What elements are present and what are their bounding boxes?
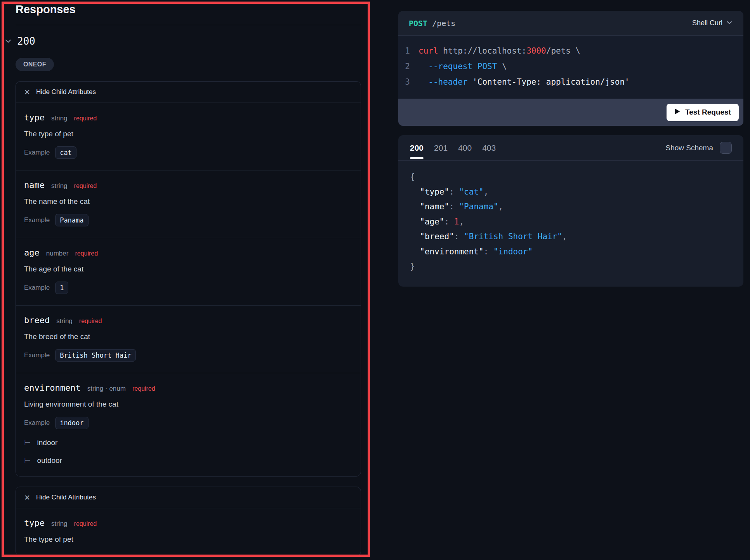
code-token: --header <box>428 77 467 87</box>
example-value-badge: cat <box>55 146 76 159</box>
enum-marker-icon: ⊢ <box>24 438 31 447</box>
required-badge: required <box>74 115 97 122</box>
example-value-badge: British Short Hair <box>55 349 136 362</box>
json-token: "British Short Hair" <box>464 232 562 241</box>
request-card-footer: Test Request <box>398 99 743 126</box>
response-example-card: 200201400403 Show Schema { "type": "cat"… <box>398 135 743 287</box>
required-badge: required <box>79 318 102 325</box>
json-token: , <box>562 232 567 241</box>
show-schema-checkbox[interactable] <box>720 142 732 154</box>
property-type: string · enum <box>87 385 126 393</box>
property-row: namestringrequiredThe name of the catExa… <box>16 170 361 238</box>
json-token: : <box>449 202 459 211</box>
response-tabs: 200201400403 <box>410 135 496 160</box>
request-sidebar: POST /pets Shell Curl 1curl http://local… <box>398 11 743 287</box>
json-token <box>410 247 420 256</box>
code-token <box>467 77 472 87</box>
property-example: Exampleindoor <box>24 417 352 429</box>
property-row: typestringrequiredThe type of pet <box>16 508 361 556</box>
property-row: breedstringrequiredThe breed of the catE… <box>16 306 361 373</box>
hide-child-attributes-label: Hide Child Attributes <box>36 88 96 96</box>
json-token: "name" <box>420 202 449 211</box>
json-token: : <box>444 217 454 226</box>
response-tabs-bar: 200201400403 Show Schema <box>398 135 743 161</box>
example-value-badge: 1 <box>55 282 68 294</box>
json-token: , <box>484 187 489 197</box>
oneof-badge: ONEOF <box>16 58 54 71</box>
enum-value: indoor <box>37 438 58 447</box>
schema-card: ✕Hide Child Attributestypestringrequired… <box>16 81 361 477</box>
json-token: "age" <box>420 217 444 226</box>
property-name: environment <box>24 383 81 393</box>
code-token: 3000 <box>526 46 546 56</box>
line-number: 2 <box>398 59 418 74</box>
required-badge: required <box>132 385 155 392</box>
responses-panel: Responses 200 ONEOF ✕Hide Child Attribut… <box>16 2 361 556</box>
code-text: curl http://localhost:3000/pets \ <box>418 43 580 59</box>
test-request-label: Test Request <box>685 108 731 117</box>
code-token: curl <box>418 46 438 56</box>
example-value-badge: indoor <box>55 417 88 429</box>
json-line: } <box>410 259 732 274</box>
code-line: 3 --header 'Content-Type: application/js… <box>398 74 743 90</box>
property-row: agenumberrequiredThe age of the catExamp… <box>16 238 361 306</box>
json-token: "Panama" <box>459 202 498 211</box>
response-status-row[interactable]: 200 <box>4 35 361 47</box>
json-token <box>410 232 420 241</box>
property-row: environmentstring · enumrequiredLiving e… <box>16 373 361 476</box>
enum-value-row: ⊢outdoor <box>24 456 352 465</box>
response-tab-400[interactable]: 400 <box>458 135 472 160</box>
enum-marker-icon: ⊢ <box>24 456 31 465</box>
language-selector[interactable]: Shell Curl <box>692 19 733 28</box>
code-text: --header 'Content-Type: application/json… <box>418 74 630 90</box>
test-request-button[interactable]: Test Request <box>667 104 739 121</box>
json-token: 1 <box>454 217 459 226</box>
property-example: ExampleBritish Short Hair <box>24 349 352 362</box>
property-example: Example1 <box>24 282 352 294</box>
example-label: Example <box>24 351 50 359</box>
json-token <box>410 202 420 211</box>
property-name: name <box>24 180 45 190</box>
example-label: Example <box>24 419 50 427</box>
json-line: "environment": "indoor" <box>410 244 732 259</box>
chevron-down-icon <box>726 19 733 28</box>
required-badge: required <box>75 250 98 257</box>
property-type: string <box>51 520 68 528</box>
schema-card: ✕Hide Child Attributestypestringrequired… <box>16 487 361 556</box>
code-token <box>418 62 428 71</box>
response-tab-201[interactable]: 201 <box>434 135 448 160</box>
json-token: , <box>459 217 464 226</box>
heading-divider <box>16 25 361 25</box>
json-token: : <box>449 187 459 197</box>
property-description: The breed of the cat <box>24 332 352 342</box>
code-line: 2 --request POST \ <box>398 59 743 74</box>
close-icon: ✕ <box>24 494 30 501</box>
enum-value-row: ⊢indoor <box>24 438 352 447</box>
code-token: POST <box>477 62 497 71</box>
json-token: : <box>454 232 464 241</box>
response-tab-403[interactable]: 403 <box>482 135 496 160</box>
json-token: : <box>484 247 493 256</box>
property-type: string <box>51 115 68 122</box>
json-token: "environment" <box>420 247 483 256</box>
response-tab-200[interactable]: 200 <box>410 135 424 160</box>
schema-cards-container: ✕Hide Child Attributestypestringrequired… <box>16 81 361 556</box>
json-token: "indoor" <box>493 247 533 256</box>
hide-child-attributes-toggle[interactable]: ✕Hide Child Attributes <box>16 487 361 508</box>
chevron-down-icon <box>4 37 12 45</box>
hide-child-attributes-toggle[interactable]: ✕Hide Child Attributes <box>16 82 361 103</box>
curl-code-block[interactable]: 1curl http://localhost:3000/pets \2 --re… <box>398 36 743 99</box>
json-line: "name": "Panama", <box>410 199 732 214</box>
play-icon <box>674 108 681 117</box>
code-token: --request <box>428 62 472 71</box>
code-token: /pets \ <box>546 46 581 56</box>
responses-heading: Responses <box>16 2 361 16</box>
property-description: The type of pet <box>24 129 352 139</box>
property-description: The age of the cat <box>24 264 352 274</box>
response-json-body[interactable]: { "type": "cat", "name": "Panama", "age"… <box>398 161 743 287</box>
example-value-badge: Panama <box>55 214 88 226</box>
property-type: string <box>51 182 68 190</box>
json-token <box>410 187 420 197</box>
json-token: { <box>410 172 415 181</box>
json-line: "breed": "British Short Hair", <box>410 229 732 244</box>
